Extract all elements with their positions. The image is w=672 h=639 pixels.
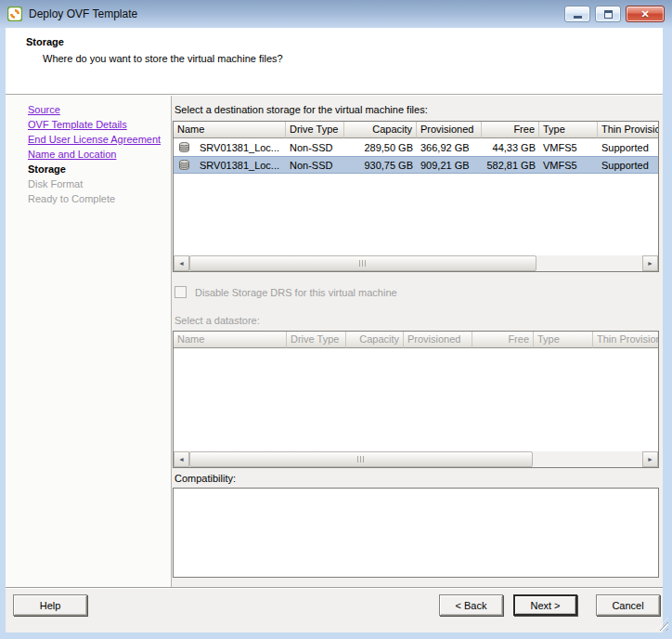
column-header-type[interactable]: Type bbox=[539, 122, 598, 138]
wizard-header: Storage Where do you want to store the v… bbox=[6, 28, 663, 94]
datastore-table: Name Drive Type Capacity Provisioned Fre… bbox=[173, 331, 659, 468]
column-header-provisioned[interactable]: Provisioned bbox=[417, 122, 482, 138]
column-header-free: Free bbox=[472, 332, 534, 348]
column-header-thin-provisioned[interactable]: Thin Provisioned bbox=[598, 122, 659, 138]
datastore-table-header: Name Drive Type Capacity Provisioned Fre… bbox=[174, 332, 658, 348]
column-header-drive-type[interactable]: Drive Type bbox=[286, 122, 344, 138]
back-button[interactable]: < Back bbox=[439, 594, 503, 616]
cell-type: VMFS5 bbox=[539, 160, 598, 171]
compatibility-box bbox=[173, 488, 659, 578]
datastore-name: SRV01381_Loc... bbox=[200, 142, 279, 153]
disable-storage-drs-label: Disable Storage DRS for this virtual mac… bbox=[195, 287, 397, 298]
titlebar[interactable]: Deploy OVF Template ✕ bbox=[0, 0, 672, 28]
sidebar-item-end-user-license-agreement[interactable]: End User License Agreement bbox=[28, 134, 171, 145]
scroll-right-button[interactable]: ► bbox=[642, 255, 658, 271]
select-datastore-label: Select a datastore: bbox=[174, 315, 260, 326]
cell-type: VMFS5 bbox=[539, 142, 598, 153]
step-subtitle: Where do you want to store the virtual m… bbox=[43, 53, 283, 64]
scroll-right-button: ► bbox=[642, 451, 658, 467]
next-button[interactable]: Next > bbox=[513, 594, 577, 616]
cell-provisioned: 366,92 GB bbox=[417, 142, 482, 153]
datastore-name: SRV01381_Loc... bbox=[200, 160, 279, 171]
column-header-drive-type: Drive Type bbox=[287, 332, 346, 348]
storage-table-header: Name Drive Type Capacity Provisioned Fre… bbox=[174, 122, 658, 138]
sidebar-item-storage: Storage bbox=[28, 163, 171, 175]
column-header-capacity[interactable]: Capacity bbox=[344, 122, 417, 138]
step-title: Storage bbox=[26, 36, 64, 47]
sidebar-item-disk-format: Disk Format bbox=[28, 178, 171, 189]
minimize-icon bbox=[574, 16, 582, 19]
storage-table-hscrollbar[interactable]: ◄ ► bbox=[174, 255, 658, 271]
close-icon: ✕ bbox=[640, 9, 649, 20]
column-header-capacity: Capacity bbox=[346, 332, 404, 348]
maximize-icon bbox=[604, 10, 613, 19]
maximize-button[interactable] bbox=[595, 6, 621, 22]
wizard-steps-sidebar: Source OVF Template Details End User Lic… bbox=[6, 96, 172, 587]
column-header-thin-provisioned: Thin Provisioned bbox=[593, 332, 659, 348]
app-icon bbox=[7, 7, 22, 21]
datastore-icon bbox=[178, 159, 190, 171]
cancel-button[interactable]: Cancel bbox=[596, 594, 660, 616]
drs-checkbox-row: Disable Storage DRS for this virtual mac… bbox=[174, 286, 397, 298]
sidebar-item-ready-to-complete: Ready to Complete bbox=[28, 193, 171, 204]
column-header-free[interactable]: Free bbox=[482, 122, 539, 138]
scroll-right-icon: ► bbox=[647, 456, 653, 463]
hscrollbar-thumb bbox=[189, 451, 533, 467]
deploy-ovf-template-window: Deploy OVF Template ✕ Storage Where do y… bbox=[0, 0, 672, 639]
datastore-table-hscrollbar: ◄ ► bbox=[174, 451, 658, 467]
compatibility-label: Compatibility: bbox=[174, 473, 236, 484]
sidebar-item-source[interactable]: Source bbox=[28, 104, 171, 115]
column-header-provisioned: Provisioned bbox=[404, 332, 472, 348]
cell-provisioned: 909,21 GB bbox=[417, 160, 482, 171]
wizard-dialog: Storage Where do you want to store the v… bbox=[6, 28, 663, 632]
scroll-left-icon: ◄ bbox=[178, 260, 185, 267]
close-button[interactable]: ✕ bbox=[626, 6, 665, 22]
scroll-left-button[interactable]: ◄ bbox=[174, 255, 189, 271]
help-button[interactable]: Help bbox=[13, 594, 87, 616]
column-header-name[interactable]: Name bbox=[174, 122, 286, 138]
hscrollbar-thumb[interactable] bbox=[189, 255, 536, 271]
destination-storage-label: Select a destination storage for the vir… bbox=[174, 104, 428, 115]
cell-capacity: 930,75 GB bbox=[344, 160, 417, 171]
cell-thin-provisioned: Supported bbox=[598, 160, 659, 171]
cell-capacity: 289,50 GB bbox=[344, 142, 417, 153]
main-pane: Select a destination storage for the vir… bbox=[173, 96, 659, 587]
footer: Help < Back Next > Cancel bbox=[6, 589, 663, 632]
window-controls: ✕ bbox=[560, 6, 665, 22]
cell-drive-type: Non-SSD bbox=[286, 160, 344, 171]
storage-row-1[interactable]: SRV01381_Loc... Non-SSD 289,50 GB 366,92… bbox=[174, 138, 658, 156]
scroll-right-icon: ► bbox=[647, 260, 653, 267]
cell-drive-type: Non-SSD bbox=[286, 142, 344, 153]
window-title: Deploy OVF Template bbox=[29, 7, 560, 20]
storage-table: Name Drive Type Capacity Provisioned Fre… bbox=[173, 121, 659, 272]
cell-thin-provisioned: Supported bbox=[598, 142, 659, 153]
column-header-type: Type bbox=[534, 332, 593, 348]
sidebar-item-ovf-template-details[interactable]: OVF Template Details bbox=[28, 119, 171, 130]
footer-right-buttons: < Back Next > Cancel bbox=[439, 594, 660, 616]
cell-free: 44,33 GB bbox=[482, 142, 539, 153]
datastore-icon bbox=[178, 141, 190, 153]
storage-row-2-selected[interactable]: SRV01381_Loc... Non-SSD 930,75 GB 909,21… bbox=[174, 156, 658, 174]
minimize-button[interactable] bbox=[564, 6, 590, 22]
disable-storage-drs-checkbox bbox=[174, 286, 187, 298]
sidebar-item-name-and-location[interactable]: Name and Location bbox=[28, 149, 171, 160]
column-header-name: Name bbox=[174, 332, 287, 348]
scroll-left-icon: ◄ bbox=[178, 456, 185, 463]
scroll-left-button: ◄ bbox=[174, 451, 189, 467]
cell-free: 582,81 GB bbox=[482, 160, 539, 171]
